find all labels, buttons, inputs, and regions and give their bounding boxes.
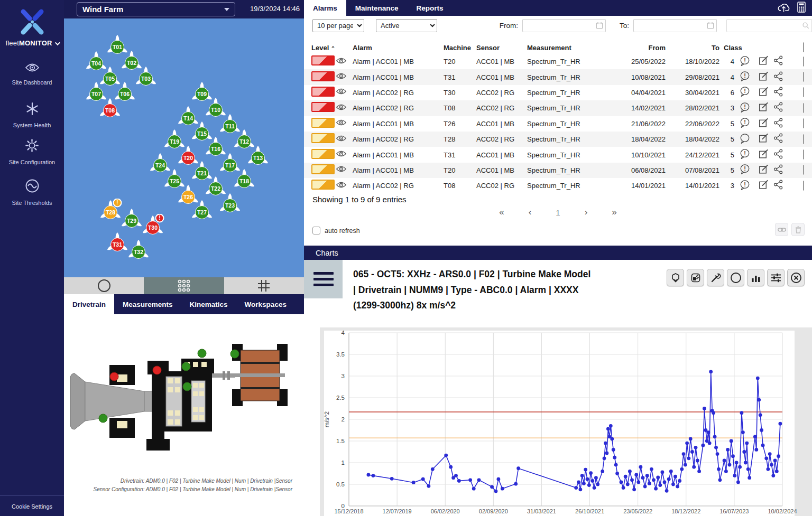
eye-icon[interactable]: [336, 135, 347, 144]
sensor-dot[interactable]: [183, 382, 191, 391]
alarm-row[interactable]: Alarm | ACC02 | RGT30ACC02 | RGSpectrum_…: [304, 85, 812, 100]
sidebar-item-system-health[interactable]: System Health: [0, 102, 64, 128]
turbine-marker-T32[interactable]: T32: [127, 238, 150, 262]
share-icon[interactable]: [773, 120, 783, 129]
share-icon[interactable]: [773, 182, 783, 191]
search-input[interactable]: [726, 19, 812, 32]
grid-view-button[interactable]: [144, 277, 224, 294]
search-icon[interactable]: [802, 22, 809, 31]
col-level[interactable]: Level ⌃: [311, 44, 353, 52]
site-selector[interactable]: Wind Farm: [77, 2, 235, 16]
note-icon[interactable]: !: [740, 183, 750, 192]
page-size-select[interactable]: 10 per page: [312, 19, 364, 32]
row-checkbox[interactable]: [803, 149, 804, 160]
row-checkbox[interactable]: [803, 165, 804, 175]
note-icon[interactable]: !: [740, 120, 750, 129]
prev-page-button[interactable]: ‹: [529, 207, 532, 218]
sidebar-item-site-thresholds[interactable]: Site Thresholds: [0, 179, 64, 206]
tab-reports[interactable]: Reports: [408, 0, 453, 16]
share-icon[interactable]: [773, 74, 783, 83]
trash-button[interactable]: [791, 223, 805, 236]
trend-chart[interactable]: 15/12/201812/07/201906/02/202002/09/2020…: [320, 327, 812, 516]
barchart-button[interactable]: [747, 269, 764, 286]
turbine-marker-T18[interactable]: T18: [233, 167, 256, 192]
turbine-marker-T13[interactable]: T13: [246, 144, 270, 168]
row-checkbox[interactable]: [803, 134, 804, 144]
row-checkbox[interactable]: [803, 87, 804, 97]
edit-icon[interactable]: [759, 105, 769, 114]
row-checkbox[interactable]: [803, 181, 804, 191]
turbine-marker-T30[interactable]: T30!: [141, 214, 164, 238]
chart-menu-button[interactable]: [304, 260, 343, 298]
share-icon[interactable]: [773, 152, 783, 161]
sidebar-item-site-dashboard[interactable]: Site Dashboard: [0, 62, 64, 86]
hash-view-button[interactable]: [224, 277, 304, 294]
sensor-dot[interactable]: [99, 414, 107, 423]
to-date-input[interactable]: [633, 19, 717, 32]
sidebar-item-site-configuration[interactable]: Site Configuration: [0, 138, 64, 165]
row-checkbox[interactable]: [803, 72, 804, 82]
circle-view-button[interactable]: [64, 277, 144, 294]
calendar-icon[interactable]: [596, 22, 603, 31]
tab-measurements[interactable]: Measurements: [114, 294, 181, 314]
tab-alarms[interactable]: Alarms: [304, 0, 346, 16]
note-icon[interactable]: !: [740, 152, 750, 161]
edit-icon[interactable]: [759, 136, 769, 145]
calculator-button[interactable]: [797, 2, 806, 15]
row-checkbox[interactable]: [803, 57, 804, 67]
turbine-marker-T31[interactable]: T31: [106, 231, 129, 255]
share-icon[interactable]: [773, 105, 783, 114]
layers-button[interactable]: [667, 269, 684, 286]
row-checkbox[interactable]: [803, 103, 804, 113]
share-icon[interactable]: [773, 58, 783, 67]
edit-icon[interactable]: [759, 182, 769, 191]
calendar-icon[interactable]: [707, 22, 714, 31]
edit-icon[interactable]: [759, 58, 769, 67]
col-alarm[interactable]: Alarm: [353, 44, 444, 52]
col-class[interactable]: Class: [719, 44, 740, 52]
sensor-dot[interactable]: [153, 366, 161, 374]
share-icon[interactable]: [773, 89, 783, 98]
close-button[interactable]: [787, 269, 805, 286]
sliders-button[interactable]: [767, 269, 785, 286]
link-button[interactable]: [775, 223, 788, 236]
turbine-marker-T03[interactable]: T03: [134, 65, 158, 89]
turbine-marker-T28[interactable]: T28!: [99, 199, 122, 223]
sensor-dot[interactable]: [230, 350, 239, 358]
eye-icon[interactable]: [336, 165, 347, 174]
first-page-button[interactable]: «: [499, 207, 504, 218]
next-page-button[interactable]: ›: [585, 207, 588, 218]
brand-name[interactable]: fleetMONITOR: [0, 39, 64, 47]
alarm-row[interactable]: Alarm | ACC02 | RGT08ACC02 | RGSpectrum_…: [304, 100, 812, 116]
col-to[interactable]: To: [666, 44, 719, 52]
tab-maintenance[interactable]: Maintenance: [346, 0, 408, 16]
turbine-marker-T29[interactable]: T29: [120, 207, 143, 231]
status-select[interactable]: Active: [376, 19, 437, 32]
eye-icon[interactable]: [336, 88, 347, 97]
note-icon[interactable]: [740, 136, 750, 145]
alarm-row[interactable]: Alarm | ACC01 | MBT20ACC01 | MBSpectrum_…: [304, 54, 812, 69]
turbine-marker-T27[interactable]: T27: [190, 199, 214, 223]
wind-farm-map[interactable]: T01T04T02T05T03T07T06T08T09T10T14T11T15T…: [64, 18, 304, 277]
note-icon[interactable]: !: [740, 167, 750, 176]
eye-icon[interactable]: [336, 150, 347, 159]
note-icon[interactable]: !: [740, 89, 750, 98]
turbine-marker-T08[interactable]: T08: [98, 97, 122, 121]
cloud-upload-button[interactable]: [777, 2, 791, 15]
note-icon[interactable]: !: [740, 59, 750, 68]
circle-button[interactable]: [727, 269, 744, 286]
col-sensor[interactable]: Sensor: [476, 44, 527, 52]
alarm-row[interactable]: Alarm | ACC02 | RGT28ACC02 | RGSpectrum_…: [304, 132, 812, 147]
edit-icon[interactable]: [759, 120, 769, 129]
wrench-button[interactable]: [707, 269, 724, 286]
alarm-row[interactable]: Alarm | ACC01 | MBT31ACC01 | MBSpectrum_…: [304, 147, 812, 162]
eye-icon[interactable]: [336, 181, 347, 190]
alarm-row[interactable]: Alarm | ACC01 | MBT31ACC01 | MBSpectrum_…: [304, 69, 812, 85]
edit-icon[interactable]: [759, 167, 769, 176]
turbine-marker-T23[interactable]: T23: [218, 192, 242, 216]
tab-kinematics[interactable]: Kinematics: [181, 294, 236, 314]
note-icon[interactable]: !: [740, 74, 750, 83]
auto-refresh-checkbox[interactable]: [312, 227, 320, 234]
share-icon[interactable]: [773, 167, 783, 176]
alarm-row[interactable]: Alarm | ACC01 | MBT20ACC01 | MBSpectrum_…: [304, 163, 812, 178]
